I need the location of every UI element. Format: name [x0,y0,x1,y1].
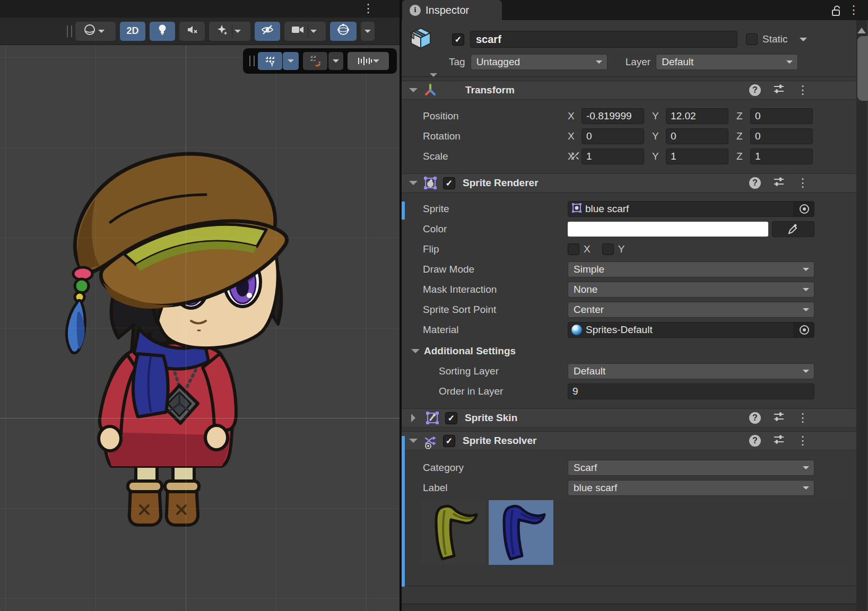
draw-mode-dropdown[interactable]: Simple [568,261,814,277]
help-icon[interactable]: ? [749,412,761,424]
sprite-renderer-enabled-checkbox[interactable]: ✓ [443,177,455,189]
inspector-content: ✓ scarf Static Tag Untagged Layer Defaul… [402,20,856,611]
static-dropdown-arrow[interactable] [800,38,807,45]
color-swatch[interactable] [568,222,768,237]
kebab-menu-icon[interactable]: ⋮ [797,83,809,97]
sorting-layer-label: Sorting Layer [423,365,568,377]
sprite-resolver-body: Category Scarf Label blue scarf [402,450,856,570]
position-x-field[interactable]: -0.819999 [581,108,644,124]
shaded-sphere-icon [83,23,96,39]
position-z-field[interactable]: 0 [750,108,813,124]
position-y-field[interactable]: 12.02 [666,108,728,124]
help-icon[interactable]: ? [749,177,761,189]
gameobject-active-checkbox[interactable]: ✓ [452,33,464,46]
object-picker-button[interactable] [794,202,814,216]
shading-mode-button[interactable] [75,22,116,41]
character-sprite[interactable] [47,143,296,538]
inspector-menu-kebab-icon[interactable]: ⋮ [848,3,860,17]
category-dropdown[interactable]: Scarf [568,460,814,476]
sprite-resolver-enabled-checkbox[interactable]: ✓ [443,435,455,447]
rotation-y-field[interactable]: 0 [666,128,728,144]
flip-x-checkbox[interactable] [568,243,579,255]
light-bulb-icon [157,23,168,39]
sprite-mini-icon [571,203,582,216]
static-checkbox[interactable] [746,33,758,45]
inspector-tab-bar: i Inspector ⋮ [402,0,868,20]
kebab-menu-icon[interactable]: ⋮ [797,411,809,425]
foldout-open-icon[interactable] [409,439,418,447]
rotation-x-field[interactable]: 0 [581,128,644,144]
additional-settings-foldout[interactable]: Additional Settings [411,343,856,359]
snap-dropdown-button[interactable] [328,52,343,70]
kebab-menu-icon[interactable]: ⋮ [797,176,809,190]
object-picker-button[interactable] [794,322,814,337]
overlay-drag-handle[interactable] [249,56,255,66]
presets-icon[interactable] [772,411,785,425]
link-broken-icon[interactable] [569,150,581,164]
scale-z-field[interactable]: 1 [750,149,813,164]
help-icon[interactable]: ? [749,435,761,447]
scale-x-field[interactable]: 1 [581,149,644,164]
category-label: Category [423,462,568,474]
tag-dropdown[interactable]: Untagged [471,54,607,70]
sprite-skin-header[interactable]: ✓ Sprite Skin ? ⋮ [402,408,856,427]
scroll-up-arrow-icon[interactable] [857,23,866,33]
lighting-toggle-button[interactable] [150,22,175,41]
scene-menu-kebab-icon[interactable]: ⋮ [362,2,374,15]
kebab-menu-icon[interactable]: ⋮ [797,434,809,448]
eye-slash-icon [261,23,274,39]
presets-icon[interactable] [772,83,785,98]
sorting-layer-dropdown[interactable]: Default [568,363,814,379]
foldout-open-icon[interactable] [409,88,418,97]
scene-visibility-toggle-button[interactable] [255,22,280,41]
order-in-layer-label: Order in Layer [423,386,568,397]
foldout-closed-icon[interactable] [411,414,420,422]
sprite-renderer-header[interactable]: ✓ Sprite Renderer ? ⋮ [402,173,856,193]
lock-icon[interactable] [830,4,844,21]
inspector-scrollbar[interactable] [856,20,867,611]
order-in-layer-row: Order in Layer 9 [423,383,856,399]
gizmos-dropdown-button[interactable] [361,22,375,41]
scrollbar-thumb[interactable] [857,36,868,101]
sprite-skin-enabled-checkbox[interactable]: ✓ [445,412,457,424]
camera-icon [291,24,305,38]
sprite-sort-point-dropdown[interactable]: Center [568,302,814,318]
layer-dropdown[interactable]: Default [656,54,798,70]
foldout-open-icon[interactable] [409,181,418,189]
scale-y-field[interactable]: 1 [666,149,728,164]
mode-2d-toggle-button[interactable]: 2D [120,22,145,41]
sprite-resolver-header[interactable]: ✓ Sprite Resolver ? ⋮ [402,431,856,450]
camera-preview-button[interactable] [284,22,326,41]
static-label: Static [762,33,788,45]
speaker-muted-icon [186,23,198,39]
label-dropdown[interactable]: blue scarf [568,480,814,496]
blue-scarf-thumbnail[interactable] [489,500,553,565]
scene-viewport[interactable]: Y [0,46,400,611]
gizmos-button[interactable] [330,22,357,41]
grid-visibility-button[interactable]: Y [258,52,282,70]
rotation-z-field[interactable]: 0 [750,128,813,144]
material-object-field[interactable]: Sprites-Default [568,322,814,338]
tab-inspector[interactable]: i Inspector [402,0,502,20]
transform-icon [423,83,438,98]
toolbar-drag-handle[interactable] [67,25,72,37]
eyedropper-button[interactable] [772,221,814,237]
order-in-layer-field[interactable]: 9 [568,383,814,399]
presets-icon[interactable] [772,176,785,190]
transform-header[interactable]: Transform ? ⋮ [402,81,856,100]
sprite-object-field[interactable]: blue scarf [568,201,814,217]
increment-snap-button[interactable] [348,52,389,70]
scene-tab-bar: ⋮ [0,0,400,18]
grid-dropdown-button[interactable] [283,52,299,70]
mask-interaction-dropdown[interactable]: None [568,282,814,298]
effects-dropdown-button[interactable] [209,22,250,41]
yellow-scarf-thumbnail[interactable] [421,500,485,565]
snap-toggle-button[interactable] [303,52,327,70]
help-icon[interactable]: ? [749,84,761,96]
sprite-label: Sprite [423,203,568,215]
audio-mute-button[interactable] [179,22,205,41]
gameobject-name-field[interactable]: scarf [470,31,737,48]
presets-icon[interactable] [772,434,785,448]
gameobject-foldout-icon[interactable] [430,73,437,81]
flip-y-checkbox[interactable] [602,243,614,255]
